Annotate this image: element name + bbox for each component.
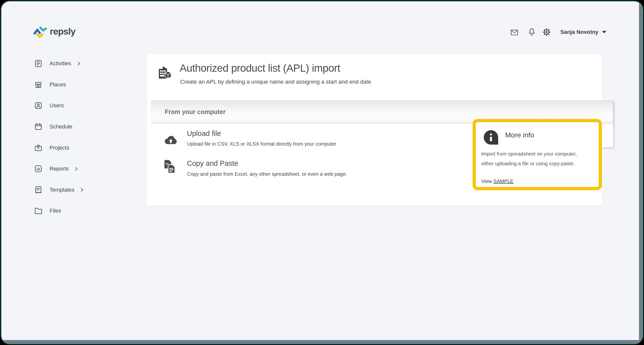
chevron-down-icon: [602, 31, 606, 33]
vertical-scrollbar[interactable]: [639, 2, 642, 344]
reports-icon: [34, 164, 43, 173]
more-info-view-row: View SAMPLE: [481, 178, 514, 184]
page-title: Authorized product list (APL) import: [180, 62, 340, 74]
chevron-right-icon: [74, 167, 78, 171]
view-label: View: [481, 178, 492, 184]
sidebar-item-users[interactable]: Users: [34, 95, 116, 116]
upload-file-option[interactable]: Upload file: [187, 130, 221, 138]
notifications-bell-icon[interactable]: [528, 28, 536, 38]
more-info-body: Import from spreadsheet on your computer…: [481, 149, 577, 168]
chevron-right-icon: [80, 188, 84, 192]
more-info-body-line2: either uploading a file or using copy-pa…: [481, 159, 577, 168]
screenshot-frame: repsly: [0, 0, 644, 345]
copy-paste-description: Copy and paste from Excel, any other spr…: [187, 171, 347, 177]
sidebar-item-label: Projects: [50, 144, 69, 151]
sample-link[interactable]: SAMPLE: [494, 178, 514, 184]
sidebar-item-label: Templates: [50, 187, 74, 193]
section-title: From your computer: [165, 108, 226, 116]
sidebar-item-schedule[interactable]: Schedule: [34, 116, 116, 138]
more-info-body-line1: Import from spreadsheet on your computer…: [481, 149, 577, 159]
cloud-upload-icon[interactable]: [163, 134, 179, 146]
sidebar-item-files[interactable]: Files: [34, 200, 116, 222]
chevron-right-icon: [77, 62, 81, 66]
sidebar-item-label: Files: [50, 208, 61, 214]
sidebar-item-label: Users: [50, 102, 64, 109]
places-icon: [34, 80, 43, 89]
sidebar-item-activities[interactable]: Activities: [34, 53, 116, 74]
repsly-logo-text: repsly: [50, 27, 76, 37]
horizontal-scrollbar[interactable]: [2, 340, 642, 344]
settings-gear-icon[interactable]: [542, 28, 552, 38]
repsly-logo-mark-icon: [33, 25, 47, 39]
repsly-logo[interactable]: repsly: [33, 25, 76, 39]
upload-file-description: Upload file in CSV, XLS or XLSX format d…: [187, 141, 336, 147]
sidebar-item-projects[interactable]: Projects: [34, 137, 116, 158]
user-menu[interactable]: Sanja Novotny: [560, 29, 606, 35]
templates-icon: [34, 186, 43, 194]
copy-paste-option[interactable]: Copy and Paste: [187, 159, 238, 168]
user-name: Sanja Novotny: [560, 29, 598, 35]
sidebar-item-templates[interactable]: Templates: [34, 180, 116, 201]
sidebar-nav: Activities Places: [34, 53, 116, 222]
schedule-icon: [34, 122, 43, 131]
mail-icon[interactable]: [510, 29, 518, 37]
info-icon-dot: [490, 134, 492, 136]
projects-icon: [34, 144, 43, 152]
product-building-icon: [156, 64, 173, 83]
users-icon: [34, 101, 43, 110]
activities-icon: [34, 59, 43, 68]
copy-paste-icon[interactable]: [164, 159, 176, 177]
sidebar-item-label: Places: [50, 82, 66, 88]
files-icon: [34, 206, 43, 215]
sidebar-item-label: Schedule: [50, 124, 72, 130]
sidebar-item-label: Activities: [50, 60, 71, 67]
sidebar-item-reports[interactable]: Reports: [34, 158, 116, 180]
more-info-title: More info: [505, 131, 534, 139]
more-info-callout: More info Import from spreadsheet on you…: [472, 119, 602, 190]
page-subtitle: Create an APL by defining a unique name …: [180, 79, 371, 85]
sidebar-item-places[interactable]: Places: [34, 74, 116, 95]
app-window: repsly: [1, 1, 643, 344]
sidebar-item-label: Reports: [50, 166, 69, 172]
info-icon-bar: [490, 137, 492, 142]
info-icon: [484, 130, 498, 144]
